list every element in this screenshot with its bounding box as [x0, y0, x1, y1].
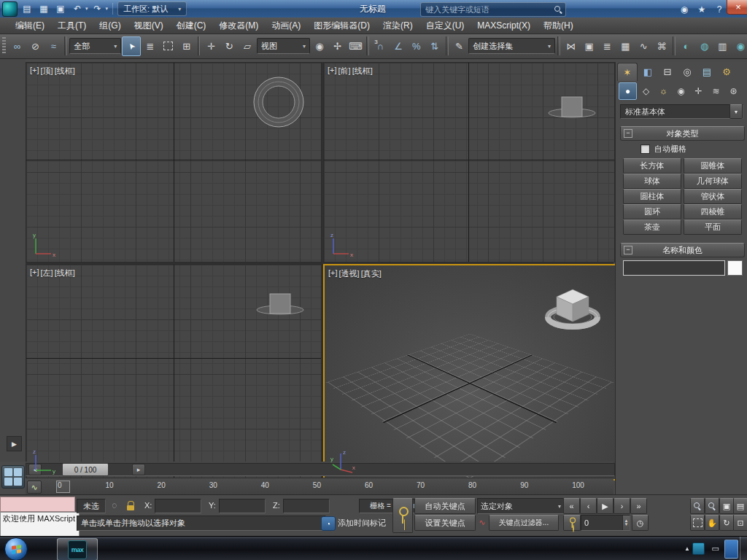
x-coordinate-field[interactable] [155, 499, 201, 513]
window-crossing-icon[interactable]: ⊞ [178, 37, 196, 55]
menu-views[interactable]: 视图(V) [128, 18, 170, 34]
category-systems-icon[interactable]: ⊛ [725, 83, 742, 99]
named-selection-sets-combo[interactable]: 创建选择集 ▾ [468, 38, 555, 54]
isolate-selection-icon[interactable]: ◌ [107, 499, 122, 512]
edit-named-selection-sets-icon[interactable]: ✎ [451, 37, 468, 55]
primitive-category-dropdown[interactable]: 标准基本体 ▾ [620, 104, 743, 119]
object-color-swatch[interactable] [727, 260, 743, 276]
maximize-viewport-icon[interactable]: ⊡ [733, 515, 747, 531]
previous-frame-icon[interactable]: ‹ [580, 498, 597, 514]
redo-dropdown-arrow-icon[interactable]: ▾ [106, 6, 109, 12]
viewport-name-menu[interactable]: [透视] [339, 268, 360, 279]
viewport-shading-menu[interactable]: [线框] [55, 66, 75, 77]
show-hidden-icons-arrow[interactable]: ▲ [684, 545, 690, 552]
tray-hidden-icons[interactable]: ▲ [684, 537, 690, 560]
viewport-shading-menu[interactable]: [线框] [352, 66, 373, 77]
key-mode-toggle-icon[interactable] [563, 515, 581, 531]
autogrid-checkbox[interactable] [640, 144, 650, 154]
menu-rendering[interactable]: 渲染(R) [376, 18, 419, 34]
viewport-front[interactable]: [+] [前] [线框] z x [323, 62, 615, 262]
menu-animation[interactable]: 动画(A) [265, 18, 307, 34]
set-key-button[interactable]: 设置关键点 [414, 515, 476, 531]
z-coordinate-field[interactable] [283, 499, 330, 513]
viewport-menu-plus[interactable]: [+] [30, 66, 39, 77]
unlink-selection-icon[interactable]: ⊘ [27, 37, 44, 55]
viewport-menu-plus[interactable]: [+] [30, 268, 39, 279]
material-editor-icon[interactable]: ◐ [678, 37, 695, 55]
select-object-button[interactable]: ➤ [122, 36, 141, 56]
plane-button[interactable]: 平面 [684, 219, 742, 235]
teapot-button[interactable]: 茶壶 [623, 219, 681, 235]
curve-editor-icon[interactable]: ∿ [635, 37, 652, 55]
zoom-icon[interactable] [690, 498, 705, 514]
select-and-manipulate-icon[interactable]: ✢ [329, 37, 347, 55]
schematic-view-icon[interactable]: ⌘ [653, 37, 670, 55]
viewport-left[interactable]: [+] [左] [线框] z y [26, 264, 322, 479]
viewport-top[interactable]: [+] [顶] [线框] y x [26, 62, 322, 262]
time-slider-track[interactable] [26, 463, 615, 476]
viewport-name-menu[interactable]: [顶] [41, 66, 53, 77]
go-to-end-icon[interactable]: » [630, 498, 647, 514]
viewport-perspective[interactable]: [+] [透视] [真实] z x [323, 264, 616, 481]
communication-center-icon[interactable]: ◉ [677, 2, 692, 16]
redo-icon[interactable]: ↷ [90, 2, 105, 16]
tray-icon-1[interactable] [692, 537, 705, 560]
tray-icon-2[interactable]: ▭ [712, 537, 719, 560]
use-pivot-center-icon[interactable]: ◉ [311, 37, 328, 55]
zoom-extents-icon[interactable]: ▣ [719, 498, 734, 514]
category-geometry-icon[interactable]: ● [619, 82, 637, 100]
menu-maxscript[interactable]: MAXScript(X) [471, 18, 537, 33]
viewport-menu-plus[interactable]: [+] [328, 66, 337, 77]
render-production-icon[interactable]: ◉ [732, 37, 747, 55]
category-cameras-icon[interactable]: ◉ [673, 83, 689, 99]
pan-icon[interactable]: ✋ [705, 515, 719, 531]
align-icon[interactable]: ▣ [581, 37, 598, 55]
viewport-name-menu[interactable]: [前] [338, 66, 351, 77]
time-slider-handle[interactable]: 0 / 100 [62, 463, 109, 476]
undo-dropdown-arrow-icon[interactable]: ▾ [85, 6, 88, 12]
pyramid-button[interactable]: 四棱锥 [684, 204, 742, 219]
select-by-name-icon[interactable]: ≣ [142, 37, 159, 55]
toolbar-drag-handle[interactable] [2, 37, 6, 55]
name-color-rollout[interactable]: − 名称和颜色 [620, 243, 745, 257]
current-frame-field[interactable]: ▲▼ [581, 515, 630, 531]
frame-number-input[interactable] [581, 518, 622, 527]
save-file-icon[interactable]: ▣ [53, 2, 68, 16]
menu-create[interactable]: 创建(C) [170, 18, 213, 34]
torus-top-view[interactable] [249, 73, 308, 131]
help-icon[interactable]: ? [712, 2, 727, 16]
favorites-icon[interactable]: ★ [694, 2, 709, 16]
selection-filter-dropdown[interactable]: 全部 ▾ [69, 38, 121, 54]
search-input[interactable] [424, 4, 554, 15]
key-filter-target-dropdown[interactable]: 选定对象 ▾ [477, 498, 565, 514]
new-file-icon[interactable]: ▤ [20, 2, 34, 16]
zoom-all-icon[interactable] [705, 498, 719, 514]
geosphere-button[interactable]: 几何球体 [684, 174, 742, 189]
object-name-field[interactable] [623, 260, 725, 276]
mirror-icon[interactable]: ⋈ [562, 37, 580, 55]
tray-icon-3[interactable] [724, 537, 738, 560]
viewport-shading-menu[interactable]: [线框] [55, 268, 75, 279]
graphite-ribbon-icon[interactable]: ▦ [616, 37, 634, 55]
y-coordinate-field[interactable] [219, 499, 266, 513]
workspace-dropdown[interactable]: 工作区: 默认 ▾ [117, 1, 187, 16]
menu-edit[interactable]: 编辑(E) [9, 18, 51, 34]
angle-snap-icon[interactable]: ∠ [390, 37, 407, 55]
viewport-layout-tabs-button[interactable] [1, 465, 25, 489]
box-front-view[interactable] [543, 89, 601, 127]
zoom-region-icon[interactable] [690, 515, 705, 531]
tube-button[interactable]: 管状体 [684, 189, 742, 204]
cylinder-button[interactable]: 圆柱体 [623, 189, 681, 204]
viewport-menu-plus[interactable]: [+] [328, 268, 338, 279]
time-configuration-icon[interactable]: ◷ [632, 515, 649, 531]
frame-spinner[interactable]: ▲▼ [622, 516, 630, 530]
category-spacewarps-icon[interactable]: ≋ [708, 83, 724, 99]
menu-help[interactable]: 帮助(H) [537, 18, 580, 34]
category-helpers-icon[interactable]: ✛ [690, 83, 707, 99]
cube-with-torus-perspective[interactable] [538, 284, 608, 338]
mini-curve-editor-button[interactable]: ∿ [27, 481, 42, 494]
zoom-extents-all-icon[interactable]: ▤ [733, 498, 747, 514]
bind-to-space-warp-icon[interactable]: ≈ [44, 37, 62, 55]
undo-icon[interactable]: ↶ [70, 2, 85, 16]
close-button[interactable]: × [727, 0, 747, 15]
